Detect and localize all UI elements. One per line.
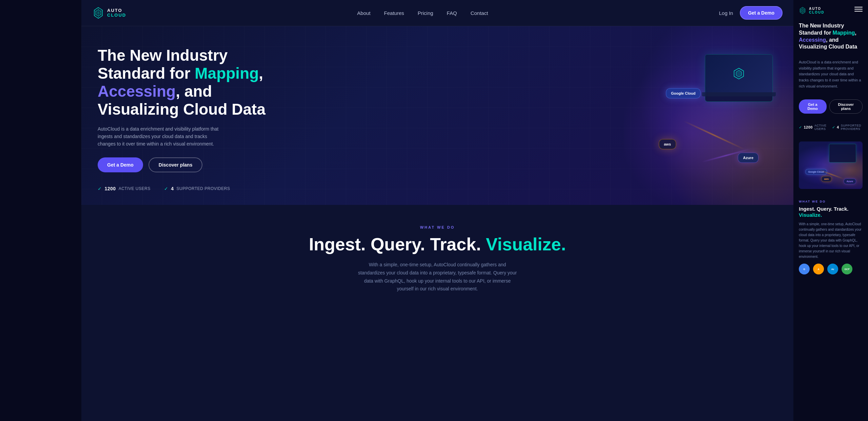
right-check-users: ✓ xyxy=(799,125,802,130)
cloud-azure-label: Azure xyxy=(743,156,753,160)
right-what-title: Ingest. Query. Track. Visualize. xyxy=(799,206,863,218)
cloud-node-azure: Azure xyxy=(738,153,758,163)
main-content: AUTO CLOUD About Features Pricing FAQ Co… xyxy=(81,0,793,421)
hero-buttons: Get a Demo Discover plans xyxy=(98,157,288,172)
what-title-visualize: Visualize. xyxy=(486,234,566,254)
mini-cloud-azure: Azure xyxy=(844,178,856,184)
right-comma: , xyxy=(855,30,856,36)
laptop-base xyxy=(702,92,776,96)
mini-cloud-scene: Google Cloud aws Azure xyxy=(799,141,863,189)
hero-content: The New IndustryStandard for Mapping,Acc… xyxy=(98,46,288,191)
right-logo-auto: AUTO xyxy=(809,7,825,11)
right-buttons: Get a Demo Discover plans xyxy=(799,99,863,114)
stat-users-label: ACTIVE USERS xyxy=(119,186,151,191)
hero-description: AutoCloud is a data enrichment and visib… xyxy=(98,125,220,148)
navbar: AUTO CLOUD About Features Pricing FAQ Co… xyxy=(81,0,793,26)
right-stat-providers: ✓ 4 SUPPORTED PROVIDERS xyxy=(832,124,863,131)
provider-icons: G A Az GCP xyxy=(799,264,863,274)
hero-illustration: Google Cloud aws Azure xyxy=(624,26,793,205)
cloud-aws-label: aws xyxy=(664,142,671,146)
right-stat-users-label: ACTIVE USERS xyxy=(814,124,827,131)
nav-actions: Log In Get a Demo xyxy=(719,6,783,20)
hero-section: The New IndustryStandard for Mapping,Acc… xyxy=(81,26,793,205)
hero-illustration-inner: Google Cloud aws Azure xyxy=(624,26,793,205)
laptop-screen xyxy=(705,55,772,92)
nav-about[interactable]: About xyxy=(357,10,370,16)
provider-aws-icon: A xyxy=(813,264,824,274)
hero-mapping-text: Mapping xyxy=(195,64,259,82)
cloud-node-aws: aws xyxy=(659,139,676,149)
left-sidebar xyxy=(0,0,81,421)
right-stat-users-num: 1200 xyxy=(804,125,813,129)
right-mapping: Mapping xyxy=(833,30,855,36)
stat-users: ✓ 1200 ACTIVE USERS xyxy=(98,186,151,191)
what-we-do-label: WHAT WE DO xyxy=(98,225,777,229)
hero-accessing-text: Accessing xyxy=(98,82,176,100)
right-panel: AUTO CLOUD The New Industry Standard for… xyxy=(793,0,868,421)
right-description: AutoCloud is a data enrichment and visib… xyxy=(799,59,863,89)
screen-icon xyxy=(732,67,746,80)
nav-links: About Features Pricing FAQ Contact xyxy=(137,10,708,16)
right-demo-button[interactable]: Get a Demo xyxy=(799,99,827,114)
provider-azure-icon: Az xyxy=(827,264,838,274)
hero-title: The New IndustryStandard for Mapping,Acc… xyxy=(98,46,288,118)
logo-cloud: CLOUD xyxy=(107,13,126,18)
right-logo: AUTO CLOUD xyxy=(799,7,825,14)
hero-stats: ✓ 1200 ACTIVE USERS ✓ 4 SUPPORTED PROVID… xyxy=(98,186,288,191)
right-logo-cloud: CLOUD xyxy=(809,11,825,14)
right-plans-button[interactable]: Discover plans xyxy=(829,99,863,114)
mini-cloud-aws: aws xyxy=(821,176,832,182)
right-header: AUTO CLOUD xyxy=(799,7,863,17)
right-stat-providers-num: 4 xyxy=(837,125,839,129)
hero-demo-button[interactable]: Get a Demo xyxy=(98,157,143,172)
what-title-main: Ingest. Query. Track. xyxy=(309,234,486,254)
right-section2: WHAT WE DO Ingest. Query. Track. Visuali… xyxy=(799,200,863,274)
cloud-google-label: Google Cloud xyxy=(671,91,695,95)
logo-icon xyxy=(92,7,104,19)
hero-plans-button[interactable]: Discover plans xyxy=(149,157,203,172)
cloud-node-google: Google Cloud xyxy=(666,88,701,98)
logo[interactable]: AUTO CLOUD xyxy=(92,7,126,19)
right-check-providers: ✓ xyxy=(832,125,835,130)
nav-faq[interactable]: FAQ xyxy=(447,10,457,16)
glow-path xyxy=(683,120,745,150)
right-what-visualize: Visualize. xyxy=(799,212,822,218)
login-button[interactable]: Log In xyxy=(719,10,733,16)
svg-marker-6 xyxy=(736,70,742,77)
right-illustration: Google Cloud aws Azure xyxy=(799,141,863,189)
stat-providers-label: SUPPORTED PROVIDERS xyxy=(176,186,230,191)
right-logo-text: AUTO CLOUD xyxy=(809,7,825,14)
right-logo-icon xyxy=(799,7,806,14)
hero-title-line1: The New IndustryStandard for Mapping,Acc… xyxy=(98,46,263,100)
what-we-do-title: Ingest. Query. Track. Visualize. xyxy=(98,235,777,254)
hero-title-line4: Visualizing Cloud Data xyxy=(98,100,265,118)
laptop-shape xyxy=(705,54,773,102)
what-we-do-description: With a simple, one-time setup, AutoCloud… xyxy=(356,261,519,293)
right-stat-providers-label: SUPPORTED PROVIDERS xyxy=(841,124,863,131)
logo-auto: AUTO xyxy=(107,8,126,13)
right-stats: ✓ 1200 ACTIVE USERS ✓ 4 SUPPORTED PROVID… xyxy=(799,124,863,131)
stat-providers-number: 4 xyxy=(171,186,174,191)
logo-text: AUTO CLOUD xyxy=(107,8,126,18)
get-demo-button[interactable]: Get a Demo xyxy=(740,6,783,20)
right-accessing: Accessing xyxy=(799,37,826,43)
right-hero-title: The New Industry Standard for Mapping, A… xyxy=(799,22,863,51)
check-icon-users: ✓ xyxy=(98,186,102,191)
check-icon-providers: ✓ xyxy=(164,186,169,191)
right-what-title-main: Ingest. Query. Track. xyxy=(799,206,848,212)
mini-laptop xyxy=(829,144,856,162)
nav-pricing[interactable]: Pricing xyxy=(418,10,433,16)
cloud-scene: Google Cloud aws Azure xyxy=(637,47,780,183)
stat-users-number: 1200 xyxy=(105,186,116,191)
provider-gcp-icon: GCP xyxy=(842,264,852,274)
stat-providers: ✓ 4 SUPPORTED PROVIDERS xyxy=(164,186,230,191)
nav-features[interactable]: Features xyxy=(384,10,404,16)
right-stat-users: ✓ 1200 ACTIVE USERS xyxy=(799,124,827,131)
section-what-we-do: WHAT WE DO Ingest. Query. Track. Visuali… xyxy=(81,205,793,307)
hamburger-icon[interactable] xyxy=(854,7,863,12)
nav-contact[interactable]: Contact xyxy=(471,10,488,16)
right-what-label: WHAT WE DO xyxy=(799,200,863,203)
provider-google-icon: G xyxy=(799,264,810,274)
right-what-desc: With a simple, one-time setup, AutoCloud… xyxy=(799,222,863,260)
